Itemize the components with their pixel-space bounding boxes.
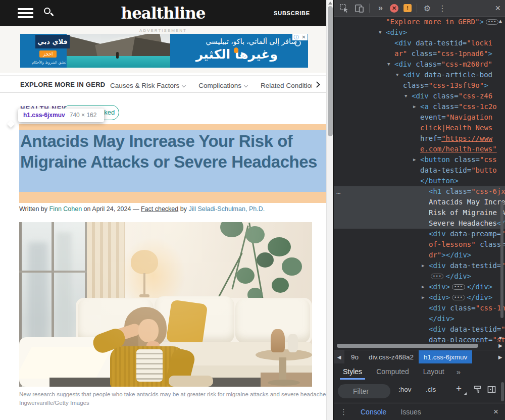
ad-close-icon[interactable]: ✕ — [300, 34, 308, 40]
hover-state-toggle[interactable]: :hov — [398, 386, 412, 393]
more-tabs-icon[interactable]: » — [375, 3, 385, 13]
drawer-tab-console[interactable]: Console — [354, 405, 393, 419]
dom-tree-line[interactable]: "Explore more in GERD">••• — [334, 17, 505, 27]
class-toggle[interactable]: .cls — [426, 386, 436, 393]
dom-tree-line[interactable]: ▼<div> — [334, 27, 505, 38]
dom-tree-line[interactable]: <div data-testid="locki — [334, 38, 505, 48]
dom-tree-line[interactable]: e.com/health-news" — [334, 144, 505, 154]
code-token: class= — [416, 60, 441, 68]
dom-tree-line[interactable]: ▶<div>•••</div> — [334, 282, 505, 292]
element-styles-brush-icon[interactable] — [472, 384, 482, 394]
adorner-menu-icon[interactable]: … — [336, 186, 341, 197]
collapsed-content-icon[interactable]: ••• — [486, 19, 498, 25]
tree-scroll-up-icon[interactable]: ▲ — [498, 18, 503, 24]
tab-computed[interactable]: Computed — [370, 364, 415, 380]
dom-tree-line[interactable]: click|Health News — [334, 123, 505, 133]
new-style-rule-icon[interactable]: + — [456, 383, 462, 394]
devtools-close-icon[interactable]: × — [495, 3, 500, 14]
nav-scroll-right-icon[interactable] — [313, 79, 324, 90]
ad-info-icon[interactable]: ⓘ — [292, 34, 300, 40]
breadcrumb-left-arrow[interactable]: ◀ — [334, 350, 344, 363]
tree-hscrollbar-thumb[interactable] — [337, 344, 478, 348]
dom-tree-line[interactable]: ▼<div data-article-bod — [334, 70, 505, 80]
nav-item[interactable]: Related Conditions — [261, 82, 312, 89]
collapse-arrow-icon[interactable]: ▼ — [405, 91, 407, 101]
dom-tree-line[interactable]: …<h1 class="css-6jx — [334, 186, 505, 197]
reviewer-link[interactable]: Jill Seladi-Schulman, Ph.D. — [188, 205, 265, 213]
breadcrumb-item[interactable]: h1.css-6jxmuv — [419, 350, 472, 363]
nav-item[interactable]: Causes & Risk Factors — [110, 82, 185, 89]
expand-arrow-icon[interactable]: ▶ — [413, 154, 416, 165]
inspect-tooltip-pointer — [7, 120, 15, 128]
dom-tree-line[interactable]: ▶<button class="css — [334, 154, 505, 165]
breadcrumb-item[interactable]: 9o — [346, 350, 364, 363]
dom-tree-line[interactable]: </button> — [334, 176, 505, 186]
tree-scroll-right-icon[interactable]: ▶ — [498, 343, 502, 348]
issues-badge-icon[interactable]: ! — [403, 4, 412, 12]
styles-filter-input[interactable]: Filter — [338, 384, 390, 398]
dom-tree-line[interactable]: of-lessons" class= — [334, 239, 505, 250]
collapse-arrow-icon[interactable]: ▼ — [379, 27, 381, 38]
settings-gear-icon[interactable]: ⚙ — [422, 3, 432, 13]
dom-tree-line[interactable]: •••</div> — [334, 271, 505, 282]
scrollbar-up-arrow[interactable] — [328, 2, 332, 5]
fact-checked-link[interactable]: Fact checked — [141, 205, 178, 213]
dom-tree-line[interactable]: ▼<div class="css-z46 — [334, 91, 505, 101]
drawer-close-icon[interactable]: × — [493, 407, 501, 417]
ad-banner[interactable]: فلاي دبي احجز تطبق الشروط والأحكام سافر … — [20, 34, 308, 68]
ad-cta-button[interactable]: احجز — [39, 50, 57, 58]
collapsed-content-icon[interactable]: ••• — [431, 274, 443, 279]
tab-styles[interactable]: Styles — [337, 364, 368, 380]
nav-item[interactable]: Complications — [198, 82, 247, 89]
tree-scroll-down-icon[interactable]: ▼ — [498, 335, 503, 341]
scrollbar-thumb[interactable] — [328, 6, 333, 136]
drawer-menu-icon[interactable]: ⋮ — [338, 407, 349, 416]
collapsed-content-icon[interactable]: ••• — [452, 295, 465, 300]
kebab-menu-icon[interactable]: ⋮ — [437, 3, 447, 13]
ad-headline-line2: وغيرها الكثير — [157, 47, 278, 62]
more-panels-icon[interactable]: » — [457, 368, 460, 376]
dom-tree-line[interactable]: dr"></div> — [334, 250, 505, 260]
subscribe-button[interactable]: SUBSCRIBE — [274, 10, 310, 16]
dom-tree-line[interactable]: ▼<div class="css-m260rd" — [334, 59, 505, 70]
collapse-arrow-icon[interactable]: ▼ — [396, 70, 398, 80]
page-scrollbar[interactable] — [326, 0, 333, 420]
dom-tree-line[interactable]: data-testid="butto — [334, 165, 505, 176]
collapsed-content-icon[interactable]: ••• — [452, 284, 465, 290]
dom-tree-line[interactable]: Risk of Migraine Attacks or — [334, 207, 505, 218]
dom-tree-line[interactable]: ar" class="css-1pnad6"> — [334, 48, 505, 59]
expand-arrow-icon[interactable]: ▶ — [422, 292, 424, 303]
collapse-arrow-icon[interactable]: ▼ — [387, 59, 390, 70]
image-caption: New research suggests that people who ta… — [19, 391, 322, 397]
dom-tree-line[interactable]: <div class="css-1h — [334, 303, 505, 313]
dom-tree-line[interactable]: Severe Headaches</h1> — [334, 218, 505, 229]
dom-tree-line[interactable]: event="Navigation — [334, 112, 505, 123]
device-toolbar-icon[interactable] — [354, 3, 364, 13]
dom-tree-line[interactable]: href="https://www — [334, 133, 505, 144]
drawer-tab-issues[interactable]: Issues — [393, 405, 428, 419]
inspect-element-icon[interactable] — [339, 3, 349, 13]
tab-layout[interactable]: Layout — [417, 364, 450, 380]
expand-arrow-icon[interactable]: ▶ — [422, 282, 424, 292]
breadcrumb-right-arrow[interactable]: ▶ — [495, 350, 505, 363]
tree-vertical-scrollbar[interactable] — [500, 202, 503, 318]
dom-tree-line[interactable]: Antacids May Increase Your — [334, 197, 505, 207]
dom-tree-line[interactable]: class="css-13sft9o"> — [334, 80, 505, 91]
dom-tree-line[interactable]: </div> — [334, 313, 505, 324]
expand-arrow-icon[interactable]: ▶ — [422, 260, 424, 271]
tree-horizontal-scrollbar[interactable]: ▶ — [335, 344, 495, 348]
dom-tree-line[interactable]: ▶<a class="css-1c2o — [334, 101, 505, 112]
author-link[interactable]: Finn Cohen — [49, 205, 82, 213]
dom-tree-line[interactable]: ▶<div>•••</div> — [334, 292, 505, 303]
styles-pane-scrollbar[interactable] — [501, 382, 504, 401]
breadcrumb-item[interactable]: div.css-z468a2 — [364, 350, 419, 363]
dom-tree-line[interactable]: ▶<div data-testid=" — [334, 260, 505, 271]
dom-tree-line[interactable]: <div data-testid=" — [334, 324, 505, 335]
code-token: <div> — [429, 283, 450, 291]
errors-badge-icon[interactable]: ✕ — [390, 4, 398, 13]
expand-arrow-icon[interactable]: ▶ — [413, 101, 416, 112]
toggle-sidebar-icon[interactable] — [486, 384, 496, 394]
dom-tree-line[interactable]: <div data-preamp=" — [334, 229, 505, 239]
code-token: Antacids May Increase Your — [429, 198, 505, 206]
dom-tree-line[interactable]: data-placement="st — [334, 335, 505, 342]
